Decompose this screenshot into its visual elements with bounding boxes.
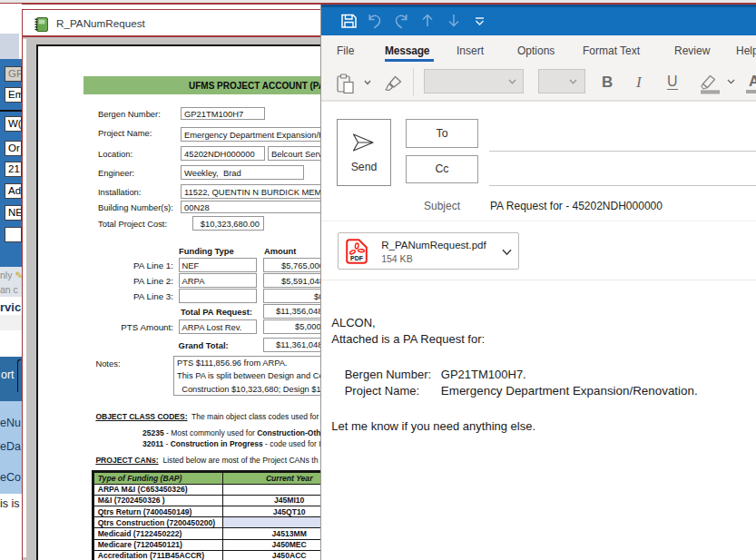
svg-text:PDF: PDF [350,255,364,261]
